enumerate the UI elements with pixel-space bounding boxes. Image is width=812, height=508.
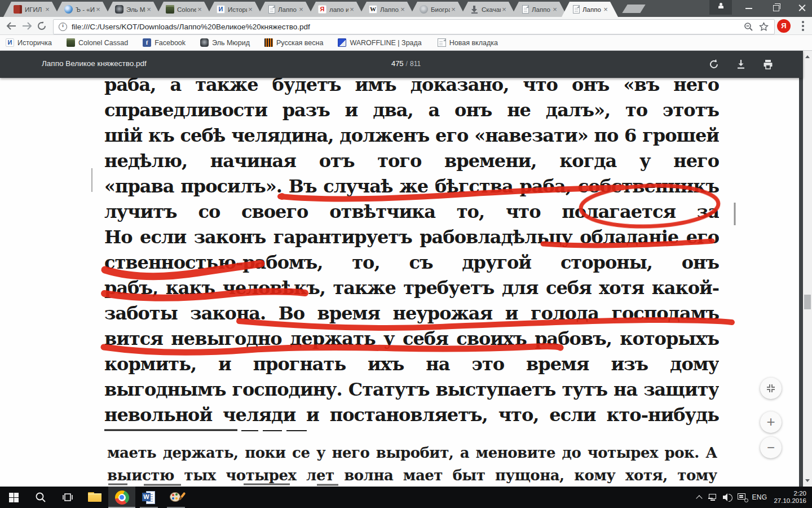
tab-istorichka[interactable]: ИИстори [206,2,263,17]
bookmark-waroffline[interactable]: WAROFFLINE | Зрада [338,38,421,47]
minimize-button[interactable] [736,0,761,16]
close-button[interactable] [789,0,812,16]
scrollbar-thumb[interactable] [804,295,811,309]
reload-icon[interactable] [37,21,47,30]
profile-button[interactable] [709,0,732,15]
bookmark-star-icon[interactable] [759,22,769,32]
bookmark-istorichka[interactable]: ИИсторичка [6,38,52,47]
tab-el-murid[interactable]: Эль Мю [105,2,161,17]
istorichka-icon: И [217,5,225,14]
paint-button[interactable] [162,487,189,508]
scrollbar[interactable] [803,51,812,487]
back-icon[interactable] [6,21,17,30]
print-icon[interactable] [762,59,774,70]
search-icon [35,492,46,503]
tab-label: Лаппо [582,6,602,13]
word-icon: W [142,491,156,504]
zoom-in-button[interactable] [760,411,782,433]
page-icon [438,38,446,47]
bookmark-russkaya-vesna[interactable]: Русская весна [264,38,323,47]
red-underline-unprofitable [104,347,561,353]
tab-close-icon[interactable] [602,6,609,13]
tab-close-icon[interactable] [501,6,508,13]
new-tab-button[interactable] [622,5,645,13]
restore-button[interactable] [764,0,788,16]
tab-label: ИГИЛ в [25,6,44,13]
tab-label: Эль Мю [126,6,145,13]
clock[interactable]: 2:20 27.10.2016 [774,490,806,505]
red-underline-possession [543,241,712,246]
taskbar-search-button[interactable] [27,487,54,508]
yandex-extension-icon[interactable]: Я [777,19,791,33]
tab-close-icon[interactable] [145,6,152,13]
tab-close-icon[interactable] [298,6,304,13]
zoom-out-page-icon[interactable] [744,22,753,32]
tab-yandex-search[interactable]: Ялапо и [308,2,364,17]
start-button[interactable] [0,487,27,508]
bookmark-facebook[interactable]: fFacebook [143,38,186,47]
url-text[interactable]: file:///C:/Users/KOT/Downloads/Лаппо%20В… [72,23,744,31]
page-current[interactable]: 475 [391,59,404,68]
tab-label: Биогра [431,6,450,13]
cassad-icon [67,38,75,47]
tab-close-icon[interactable] [348,6,355,13]
tray-expand-icon[interactable] [697,494,703,500]
file-explorer-button[interactable] [81,487,108,508]
tab-close-icon[interactable] [551,6,558,13]
action-center-icon[interactable] [738,493,747,501]
tab-close-icon[interactable] [247,6,254,13]
fit-page-icon [766,383,776,393]
language-indicator[interactable]: ENG [752,493,767,501]
tab-close-icon[interactable] [450,6,457,13]
tab-kommersant[interactable]: Ъ - «Ис [54,2,111,17]
tab-igil[interactable]: ИГИЛ в [3,2,60,17]
page-info-icon[interactable] [59,23,67,31]
fit-page-button[interactable] [760,378,782,399]
tab-lappo-active[interactable]: Лаппо [562,2,618,17]
tab-close-icon[interactable] [196,6,203,13]
downloads-icon [470,5,479,14]
tab-label: Colone [177,6,196,13]
tab-label: Лаппо, [380,6,399,13]
bookmark-colonel-cassad[interactable]: Colonel Cassad [67,38,128,47]
document-icon [268,5,275,14]
person-icon [718,3,723,7]
forward-icon[interactable] [21,21,33,30]
biography-icon [420,5,428,14]
rotate-icon[interactable] [708,59,720,70]
tab-label: Лаппо [532,6,551,13]
tab-wikipedia[interactable]: WЛаппо, [359,2,415,17]
tab-lappo-2[interactable]: Лаппо [511,2,567,17]
bookmark-new-tab[interactable]: Новая вкладка [436,38,498,47]
tab-biography[interactable]: Биогра [409,2,466,17]
pdf-page: раба, а также будетъ имъ доказано, что о… [0,78,799,487]
istorichka-icon: И [6,38,14,47]
scroll-up-icon[interactable] [805,55,810,58]
task-view-button[interactable] [54,487,81,508]
footnote-separator [104,430,307,431]
address-bar[interactable]: file:///C:/Users/KOT/Downloads/Лаппо%20В… [53,19,775,34]
zoom-out-button[interactable] [760,437,782,458]
bookmark-el-murid[interactable]: Эль Мюрид [200,38,250,47]
desktop-screen: ИГИЛ в Ъ - «Ис Эль Мю Colone ИИстори Лап… [0,0,812,508]
tab-label: Скачан [482,6,501,13]
tab-label: Ъ - «Ис [76,6,95,13]
volume-icon[interactable] [723,493,732,501]
word-button[interactable]: W [135,487,162,508]
tab-lappo-1[interactable]: Лаппо [257,2,314,17]
bookmarks-bar: ИИсторичка Colonel Cassad fFacebook Эль … [0,35,812,51]
lantern-icon [200,38,209,47]
browser-menu-icon[interactable] [802,21,804,31]
chrome-button[interactable] [108,487,135,508]
scroll-down-icon[interactable] [805,479,810,482]
tab-close-icon[interactable] [44,6,51,13]
download-icon[interactable] [735,59,747,70]
tab-downloads[interactable]: Скачан [460,2,517,17]
tab-strip: ИГИЛ в Ъ - «Ис Эль Мю Colone ИИстори Лап… [0,0,812,17]
tray-time: 2:20 [794,490,806,497]
tab-close-icon[interactable] [95,6,102,13]
tab-colonel-cassad[interactable]: Colone [156,2,212,17]
tray-date: 27.10.2016 [774,497,806,504]
network-icon[interactable] [708,493,718,501]
tab-close-icon[interactable] [399,6,406,13]
